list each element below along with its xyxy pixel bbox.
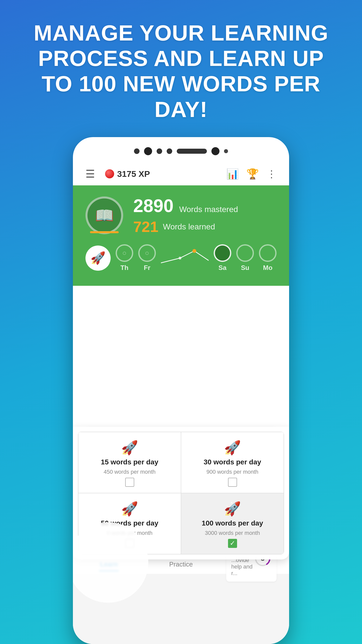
xp-badge: 3175 XP bbox=[105, 169, 150, 179]
book-circle: 📖 bbox=[85, 196, 123, 234]
svg-point-1 bbox=[178, 257, 181, 259]
week-strip: 🚀 ○ Th ○ Fr Sa bbox=[85, 243, 277, 273]
learn-underline bbox=[99, 570, 119, 571]
dot1 bbox=[134, 148, 140, 154]
xp-value: 3175 XP bbox=[117, 169, 150, 179]
speed-50-subtitle: 0 words per month bbox=[107, 530, 152, 536]
learned-label: Words learned bbox=[163, 222, 215, 231]
day-fr[interactable]: ○ Fr bbox=[138, 244, 156, 272]
day-mo[interactable]: Mo bbox=[259, 244, 277, 272]
speed-100-title: 100 words per day bbox=[202, 519, 263, 527]
dot6 bbox=[224, 149, 228, 153]
day-th[interactable]: ○ Th bbox=[116, 244, 133, 272]
speed-50-checkbox[interactable] bbox=[125, 539, 134, 548]
graph-area bbox=[161, 243, 209, 273]
dot3 bbox=[157, 148, 162, 154]
speed-30-checkbox[interactable] bbox=[228, 478, 237, 487]
speed-100-subtitle: 3000 words per month bbox=[205, 530, 260, 536]
stats-icon[interactable]: 📊 bbox=[226, 168, 239, 180]
dot4 bbox=[167, 148, 172, 154]
content-area: 🚀 15 words per day 450 words per month 🚀… bbox=[73, 427, 289, 644]
day-label-su: Su bbox=[241, 264, 249, 272]
speed-option-15[interactable]: 🚀 15 words per day 450 words per month bbox=[78, 432, 181, 493]
rocket-15-icon: 🚀 bbox=[121, 440, 138, 456]
speed-15-checkbox[interactable] bbox=[125, 478, 134, 487]
speed-15-title: 15 words per day bbox=[101, 458, 158, 466]
day-label-sa: Sa bbox=[218, 264, 227, 272]
dot5 bbox=[211, 147, 219, 155]
speed-option-30[interactable]: 🚀 30 words per day 900 words per month bbox=[181, 432, 284, 493]
speed-15-subtitle: 450 words per month bbox=[104, 469, 156, 475]
speed-100-checkbox[interactable]: ✓ bbox=[228, 539, 237, 548]
speed-overlay: 🚀 15 words per day 450 words per month 🚀… bbox=[73, 427, 289, 559]
phone-wrapper: ☰ 3175 XP 📊 🏆 ⋮ 📖 2890 Words mastered 72… bbox=[73, 137, 289, 644]
phone-top bbox=[73, 147, 289, 163]
learned-count: 721 bbox=[133, 218, 158, 235]
speed-50-title: 50 words per day bbox=[101, 519, 158, 527]
learn-label: Learn bbox=[100, 560, 118, 568]
mastered-count: 2890 bbox=[133, 196, 173, 216]
rocket-badge: 🚀 bbox=[85, 246, 111, 271]
speed-option-100[interactable]: 🚀 100 words per day 3000 words per month… bbox=[181, 493, 284, 554]
svg-point-0 bbox=[192, 249, 196, 253]
day-label-mo: Mo bbox=[263, 264, 273, 272]
speed-30-subtitle: 900 words per month bbox=[206, 469, 258, 475]
headline: MANAGE YOUR LEARNING PROCESS AND LEARN U… bbox=[0, 0, 362, 137]
practice-label: Practice bbox=[169, 560, 193, 568]
speed-30-title: 30 words per day bbox=[204, 458, 261, 466]
word-def-trunc4: ...ovide help and r... bbox=[231, 557, 254, 577]
dot2 bbox=[144, 147, 152, 155]
day-sa[interactable]: Sa bbox=[214, 244, 231, 272]
book-icon: 📖 bbox=[95, 207, 114, 224]
day-su[interactable]: Su bbox=[236, 244, 254, 272]
rocket-50-icon: 🚀 bbox=[121, 501, 138, 517]
xp-gem bbox=[105, 169, 114, 178]
graph-svg bbox=[161, 243, 209, 273]
speed-option-50[interactable]: 🚀 50 words per day 0 words per month bbox=[78, 493, 181, 554]
more-icon[interactable]: ⋮ bbox=[266, 168, 277, 180]
day-label-th: Th bbox=[120, 264, 128, 272]
speaker bbox=[177, 149, 207, 154]
app-bar: ☰ 3175 XP 📊 🏆 ⋮ bbox=[73, 163, 289, 185]
hamburger-menu[interactable]: ☰ bbox=[85, 168, 95, 180]
stats-panel: 📖 2890 Words mastered 721 Words learned … bbox=[73, 185, 289, 286]
mastered-label: Words mastered bbox=[179, 205, 238, 214]
rocket-30-icon: 🚀 bbox=[224, 440, 241, 456]
day-label-fr: Fr bbox=[144, 264, 150, 272]
rocket-100-icon: 🚀 bbox=[224, 501, 241, 517]
trophy-icon[interactable]: 🏆 bbox=[246, 168, 259, 180]
